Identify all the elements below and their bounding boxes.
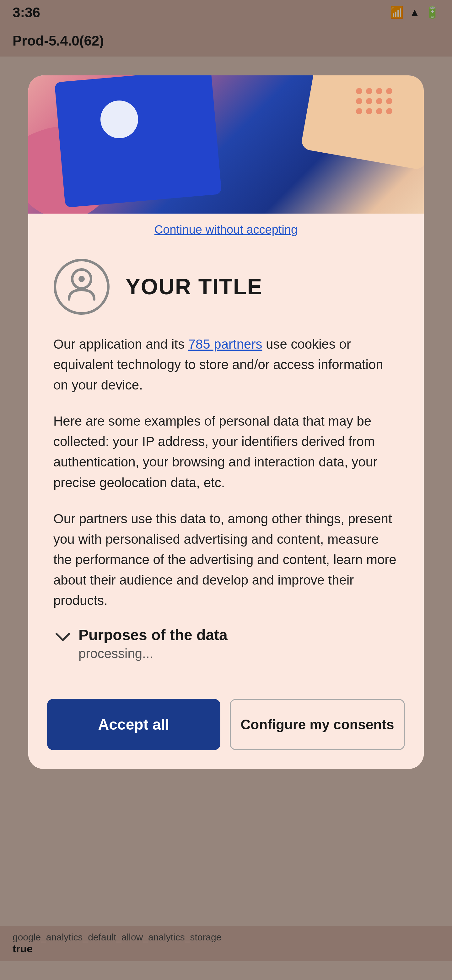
modal-header-row: YOUR TITLE xyxy=(53,259,399,315)
consent-modal: Continue without accepting YOUR TITLE Ou… xyxy=(28,75,424,769)
partners-link[interactable]: 785 partners xyxy=(188,337,262,352)
purposes-subtitle: processing... xyxy=(78,646,228,661)
svg-point-0 xyxy=(55,260,108,313)
modal-buttons: Accept all Configure my consents xyxy=(28,686,424,769)
modal-overlay: Continue without accepting YOUR TITLE Ou… xyxy=(0,0,452,980)
hero-blue-shape xyxy=(55,75,222,208)
accept-all-button[interactable]: Accept all xyxy=(47,699,220,750)
modal-hero-image xyxy=(28,75,424,213)
configure-consents-button[interactable]: Configure my consents xyxy=(230,699,405,750)
purposes-title: Purposes of the data xyxy=(78,626,228,644)
description-paragraph-3: Our partners use this data to, among oth… xyxy=(53,509,399,611)
description-paragraph-1: Our application and its 785 partners use… xyxy=(53,334,399,395)
description-paragraph-2: Here are some examples of personal data … xyxy=(53,411,399,493)
desc-text-before-link: Our application and its xyxy=(53,337,188,352)
modal-title: YOUR TITLE xyxy=(125,274,262,299)
continue-without-accepting-link[interactable]: Continue without accepting xyxy=(154,223,298,236)
chevron-down-icon xyxy=(53,628,72,646)
svg-point-2 xyxy=(78,276,85,282)
purposes-text-block: Purposes of the data processing... xyxy=(78,626,228,661)
purposes-section[interactable]: Purposes of the data processing... xyxy=(53,626,399,661)
hero-white-circle xyxy=(100,100,138,138)
modal-body: YOUR TITLE Our application and its 785 p… xyxy=(28,246,424,686)
continue-link-container: Continue without accepting xyxy=(28,213,424,246)
hero-dots xyxy=(356,88,392,115)
app-logo-icon xyxy=(53,259,110,315)
